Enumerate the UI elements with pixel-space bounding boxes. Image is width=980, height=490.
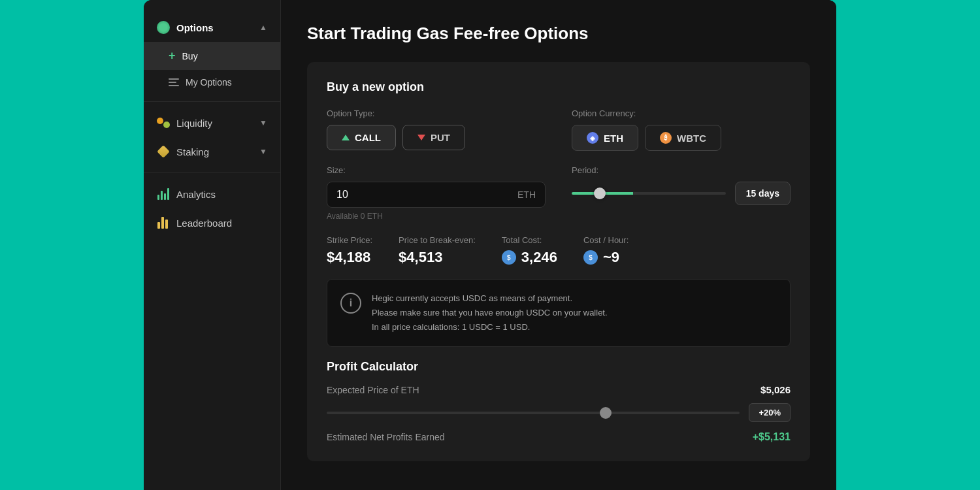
list-icon (169, 78, 179, 86)
sidebar-my-options-label: My Options (186, 77, 232, 88)
option-currency-buttons: ◈ ETH ₿ WBTC (572, 125, 791, 151)
wbtc-label: WBTC (677, 133, 706, 144)
sidebar-options-label: Options (176, 22, 214, 33)
total-cost-label: Total Cost: (502, 235, 557, 245)
option-currency-label: Option Currency: (572, 108, 791, 118)
net-profits-row: Estimated Net Profits Earned +$5,131 (327, 431, 791, 443)
expected-price-label: Expected Price of ETH (327, 385, 419, 395)
option-type-label: Option Type: (327, 108, 546, 118)
size-input[interactable] (336, 189, 517, 201)
sidebar-liquidity-label: Liquidity (176, 118, 212, 129)
chevron-down-icon-2: ▼ (259, 147, 267, 156)
arrow-down-icon (417, 135, 425, 140)
break-even-stat: Price to Break-even: $4,513 (399, 235, 476, 266)
size-input-wrapper: ETH (327, 182, 546, 208)
period-wrapper: 15 days (572, 182, 791, 205)
sidebar: Options ▲ + Buy My Options Liquidity ▼ (144, 0, 281, 490)
sidebar-divider-1 (144, 101, 280, 102)
app-container: Options ▲ + Buy My Options Liquidity ▼ (144, 0, 836, 490)
sidebar-item-buy[interactable]: + Buy (144, 42, 280, 70)
sidebar-options-section: Options ▲ + Buy My Options (144, 13, 280, 95)
period-badge: 15 days (735, 182, 791, 205)
option-type-row: Option Type: CALL PUT Option Currency: (327, 108, 791, 151)
profit-slider-row: +20% (327, 403, 791, 422)
sidebar-item-liquidity[interactable]: Liquidity ▼ (144, 108, 280, 137)
info-icon: i (340, 293, 361, 314)
main-content: Start Trading Gas Fee-free Options Buy a… (281, 0, 836, 490)
arrow-up-icon (342, 135, 350, 140)
buy-option-card: Buy a new option Option Type: CALL PUT (307, 62, 810, 461)
cost-hour-value: $ ~9 (583, 249, 629, 266)
size-period-row: Size: ETH Available 0 ETH Period: 15 day… (327, 165, 791, 221)
net-profits-label: Estimated Net Profits Earned (327, 432, 445, 442)
liquidity-icon (157, 116, 170, 129)
sidebar-item-my-options[interactable]: My Options (144, 70, 280, 95)
sidebar-leaderboard-label: Leaderboard (176, 218, 232, 229)
sidebar-item-options[interactable]: Options ▲ (144, 13, 280, 42)
strike-price-stat: Strike Price: $4,188 (327, 235, 372, 266)
sidebar-item-analytics[interactable]: Analytics (144, 180, 280, 208)
eth-icon: ◈ (587, 132, 598, 144)
cost-hour-label: Cost / Hour: (583, 235, 629, 245)
options-icon (157, 21, 170, 34)
sidebar-item-staking[interactable]: Staking ▼ (144, 137, 280, 166)
eth-currency-button[interactable]: ◈ ETH (572, 125, 638, 151)
call-label: CALL (355, 132, 381, 143)
sidebar-divider-2 (144, 172, 280, 173)
size-unit: ETH (517, 189, 536, 200)
total-cost-stat: Total Cost: $ 3,246 (502, 235, 557, 266)
sidebar-analytics-label: Analytics (176, 189, 216, 200)
break-even-value: $4,513 (399, 249, 476, 266)
option-type-buttons: CALL PUT (327, 125, 546, 150)
plus-icon: + (169, 49, 176, 63)
stats-row: Strike Price: $4,188 Price to Break-even… (327, 235, 791, 266)
put-button[interactable]: PUT (402, 125, 465, 150)
size-group: Size: ETH Available 0 ETH (327, 165, 546, 221)
info-box: i Hegic currently accepts USDC as means … (327, 279, 791, 347)
hegic-icon-1: $ (502, 250, 516, 265)
option-currency-group: Option Currency: ◈ ETH ₿ WBTC (572, 108, 791, 151)
net-profits-value: +$5,131 (753, 431, 791, 443)
eth-label: ETH (604, 133, 623, 144)
expected-price-row: Expected Price of ETH $5,026 (327, 384, 791, 395)
sidebar-staking-label: Staking (176, 146, 209, 157)
buy-section-title: Buy a new option (327, 80, 791, 94)
period-label: Period: (572, 165, 791, 175)
put-label: PUT (431, 132, 450, 143)
wbtc-currency-button[interactable]: ₿ WBTC (645, 125, 721, 151)
sidebar-buy-label: Buy (182, 51, 198, 61)
call-button[interactable]: CALL (327, 125, 396, 150)
profit-percent-badge: +20% (749, 403, 791, 422)
info-text: Hegic currently accepts USDC as means of… (372, 291, 608, 335)
wbtc-icon: ₿ (660, 132, 672, 144)
sidebar-item-leaderboard[interactable]: Leaderboard (144, 208, 280, 237)
strike-price-label: Strike Price: (327, 235, 372, 245)
profit-calculator-title: Profit Calculator (327, 360, 791, 374)
cost-hour-stat: Cost / Hour: $ ~9 (583, 235, 629, 266)
staking-icon (157, 145, 170, 158)
period-group: Period: 15 days (572, 165, 791, 221)
leaderboard-icon (157, 216, 170, 229)
break-even-label: Price to Break-even: (399, 235, 476, 245)
period-slider[interactable] (572, 192, 726, 195)
chevron-down-icon: ▼ (259, 118, 267, 127)
profit-calculator-section: Profit Calculator Expected Price of ETH … (327, 360, 791, 443)
analytics-icon (157, 188, 170, 201)
strike-price-value: $4,188 (327, 249, 372, 266)
total-cost-value: $ 3,246 (502, 249, 557, 266)
size-label: Size: (327, 165, 546, 175)
chevron-up-icon: ▲ (259, 23, 267, 32)
page-title: Start Trading Gas Fee-free Options (307, 24, 810, 44)
hegic-icon-2: $ (583, 250, 598, 265)
available-text: Available 0 ETH (327, 212, 546, 221)
expected-price-value: $5,026 (760, 384, 791, 395)
option-type-group: Option Type: CALL PUT (327, 108, 546, 151)
profit-slider[interactable] (327, 412, 740, 414)
